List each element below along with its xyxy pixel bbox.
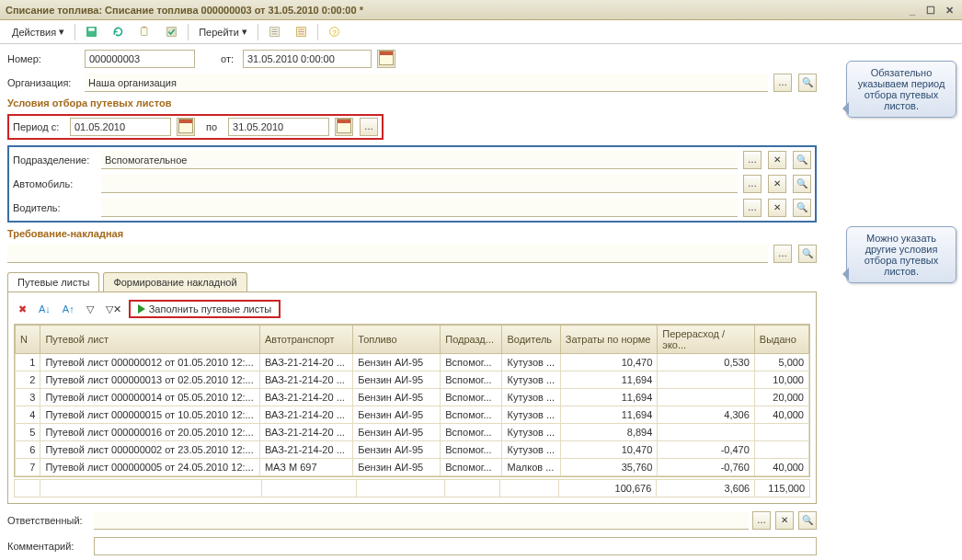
help-icon[interactable]: ? [322,22,347,42]
close-button[interactable]: ✕ [942,4,956,17]
calendar-icon [337,119,351,133]
table-row[interactable]: 1Путевой лист 000000012 от 01.05.2010 12… [16,354,809,371]
window-title: Списание топлива: Списание топлива 00000… [6,5,363,16]
callout-filters: Можно указать другие условия отбора путе… [846,226,956,283]
svg-rect-2 [142,28,148,36]
select-button[interactable]: … [743,175,762,193]
form-icon[interactable] [262,22,287,42]
tab-waybills[interactable]: Путевые листы [7,272,99,291]
column-header[interactable]: Водитель [502,326,560,354]
number-field[interactable]: 000000003 [85,50,195,68]
table-row[interactable]: 6Путевой лист 000000002 от 23.05.2010 12… [16,441,809,459]
org-field[interactable]: Наша организация [85,74,768,92]
table-row[interactable]: 5Путевой лист 000000016 от 20.05.2010 12… [16,424,809,441]
column-header[interactable]: N [16,326,40,354]
table-row[interactable]: 3Путевой лист 000000014 от 05.05.2010 12… [16,389,809,406]
date-field[interactable]: 31.05.2010 0:00:00 [243,50,372,68]
open-button[interactable]: 🔍 [793,175,811,193]
requisition-field[interactable] [7,245,768,263]
chevron-down-icon: ▾ [242,26,247,38]
filter-icon[interactable]: ▽ [82,301,98,318]
driver-field[interactable] [101,199,738,217]
calendar-icon [178,119,193,133]
open-button[interactable]: 🔍 [798,74,817,92]
callout-period: Обязательно указываем период отбора путе… [846,61,956,118]
dept-field[interactable]: Вспомогательное [101,151,738,169]
open-button[interactable]: 🔍 [798,245,817,263]
period-to-field[interactable]: 31.05.2010 [228,118,329,136]
select-button[interactable]: … [773,74,792,92]
table-row[interactable]: 7Путевой лист 000000005 от 24.05.2010 12… [16,459,809,476]
clear-button[interactable]: ✕ [768,151,786,169]
svg-rect-1 [88,28,95,30]
extra-filter-highlight-box: Подразделение: Вспомогательное … ✕ 🔍 Авт… [7,145,817,223]
clear-button[interactable]: ✕ [775,511,794,530]
period-highlight-box: Период с: 01.05.2010 по 31.05.2010 … [7,114,384,140]
fill-waybills-button[interactable]: Заполнить путевые листы [129,300,281,318]
tab-strip: Путевые листы Формирование накладной [7,272,817,292]
table-row[interactable]: 4Путевой лист 000000015 от 10.05.2010 12… [16,406,809,424]
column-header[interactable]: Топливо [353,326,441,354]
filter-clear-icon[interactable]: ▽✕ [101,301,126,318]
actions-menu[interactable]: Действия ▾ [6,22,71,42]
org-label: Организация: [7,77,79,88]
filter-section-title: Условия отбора путевых листов [7,97,817,109]
table-row[interactable]: 2Путевой лист 000000013 от 02.05.2010 12… [16,371,809,389]
refresh-icon[interactable] [106,22,131,42]
calendar-icon [379,51,394,65]
column-header[interactable]: Подразд... [441,326,502,354]
tab-requisition[interactable]: Формирование накладной [103,272,246,291]
calendar-button[interactable] [177,118,195,136]
period-select-button[interactable]: … [360,118,378,136]
column-header[interactable]: Выдано [754,326,808,354]
waybills-table[interactable]: NПутевой листАвтотранспортТопливоПодразд… [15,325,809,476]
delete-row-icon[interactable]: ✖ [14,301,31,318]
comment-field[interactable] [94,537,817,555]
dept-label: Подразделение: [13,154,96,166]
sort-desc-icon[interactable]: A↑ [58,301,79,317]
sort-asc-icon[interactable]: A↓ [34,301,55,317]
minimize-button[interactable]: _ [905,4,920,17]
open-button[interactable]: 🔍 [798,511,817,530]
column-header[interactable]: Путевой лист [40,326,260,354]
number-label: Номер: [7,53,79,64]
comment-label: Комментарий: [7,541,90,552]
svg-text:?: ? [332,29,337,37]
driver-label: Водитель: [13,202,96,213]
svg-rect-4 [167,28,177,37]
open-button[interactable]: 🔍 [793,151,811,169]
column-header[interactable]: Автотранспорт [259,326,352,354]
post-icon[interactable] [159,22,184,42]
vehicle-field[interactable] [101,175,738,193]
list-icon[interactable] [289,22,314,42]
save-icon[interactable] [79,22,104,42]
clipboard-icon[interactable] [132,22,157,42]
main-toolbar: Действия ▾ Перейти ▾ ? [0,20,962,44]
totals-row: 100,676 3,606 115,000 [14,479,810,497]
select-button[interactable]: … [752,511,771,530]
column-header[interactable]: Перерасход / эко... [658,326,755,354]
play-icon [138,304,145,314]
date-from-label: от: [200,53,237,64]
chevron-down-icon: ▾ [59,26,64,38]
responsible-field[interactable] [94,511,749,530]
responsible-label: Ответственный: [7,515,90,526]
calendar-button[interactable] [335,118,353,136]
vehicle-label: Автомобиль: [13,178,96,189]
period-to-label: по [200,121,223,132]
clear-button[interactable]: ✕ [768,175,786,193]
select-button[interactable]: … [743,151,762,169]
period-from-label: Период с: [13,121,64,132]
maximize-button[interactable]: ☐ [923,4,938,17]
requisition-section-title: Требование-накладная [7,228,817,239]
window-titlebar: Списание топлива: Списание топлива 00000… [0,0,962,20]
clear-button[interactable]: ✕ [768,199,786,217]
calendar-button[interactable] [377,50,395,68]
select-button[interactable]: … [743,199,762,217]
open-button[interactable]: 🔍 [793,199,811,217]
column-header[interactable]: Затраты по норме [560,326,658,354]
goto-menu[interactable]: Перейти ▾ [192,22,254,42]
svg-rect-3 [143,27,145,29]
select-button[interactable]: … [773,245,792,263]
period-from-field[interactable]: 01.05.2010 [70,118,171,136]
